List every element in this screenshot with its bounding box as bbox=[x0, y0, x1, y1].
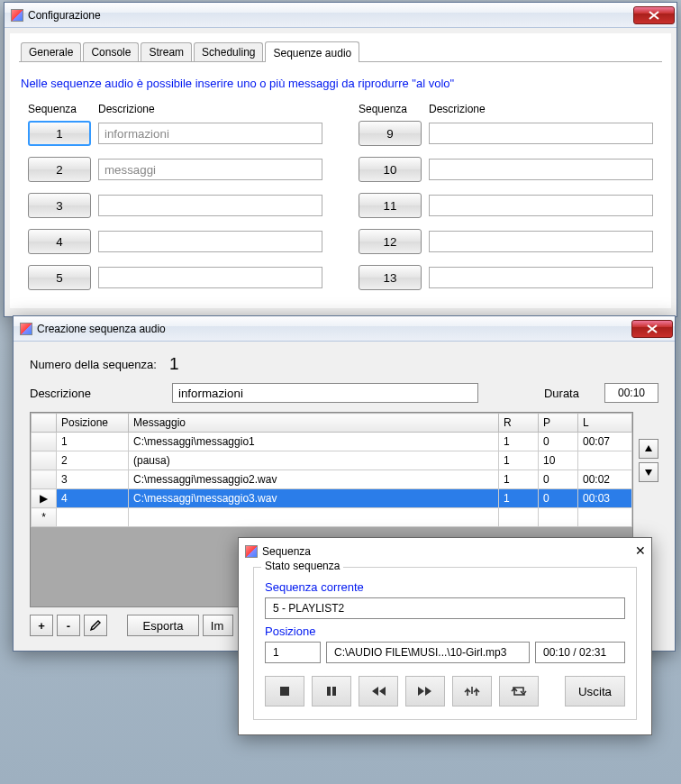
sequence-row: 5 bbox=[28, 265, 322, 290]
sequence-desc-input-1[interactable] bbox=[98, 123, 322, 144]
posizione-label: Posizione bbox=[265, 624, 625, 638]
row-marker[interactable] bbox=[32, 451, 57, 470]
cell[interactable]: 1 bbox=[499, 470, 539, 489]
col-p[interactable]: P bbox=[539, 414, 578, 433]
remove-button[interactable]: - bbox=[57, 615, 80, 636]
col-l[interactable]: L bbox=[578, 414, 632, 433]
cell[interactable]: 2 bbox=[57, 451, 129, 470]
table-row[interactable]: ▶4C:\messaggi\messaggio3.wav1000:03 bbox=[32, 489, 632, 508]
move-up-button[interactable] bbox=[639, 439, 658, 459]
sequence-desc-input-9[interactable] bbox=[429, 123, 653, 144]
move-down-button[interactable] bbox=[639, 462, 658, 482]
cell[interactable] bbox=[129, 508, 499, 527]
repeat-button[interactable] bbox=[499, 676, 539, 707]
cell[interactable]: 1 bbox=[499, 451, 539, 470]
durata-label: Durata bbox=[544, 387, 579, 400]
uscita-button[interactable]: Uscita bbox=[565, 676, 625, 707]
sequence-row: 9 bbox=[359, 121, 653, 146]
window-title: Configurazione bbox=[28, 9, 633, 22]
row-marker[interactable]: * bbox=[32, 508, 57, 527]
tab-sequenze-audio[interactable]: Sequenze audio bbox=[265, 41, 359, 62]
cell[interactable]: 1 bbox=[57, 433, 129, 451]
cell[interactable]: 0 bbox=[539, 489, 578, 508]
table-row[interactable]: 2(pausa)110 bbox=[32, 451, 632, 470]
cell[interactable] bbox=[578, 508, 632, 527]
cell[interactable]: 0 bbox=[539, 470, 578, 489]
cell[interactable]: 00:07 bbox=[578, 433, 632, 451]
stop-button[interactable] bbox=[265, 676, 304, 707]
sequence-button-11[interactable]: 11 bbox=[359, 193, 422, 218]
row-marker[interactable]: ▶ bbox=[32, 489, 57, 508]
titlebar-configurazione[interactable]: Configurazione bbox=[5, 3, 676, 28]
forward-button[interactable] bbox=[405, 676, 445, 707]
cell[interactable]: 00:02 bbox=[578, 470, 632, 489]
cell[interactable]: 4 bbox=[57, 489, 129, 508]
importa-button[interactable]: Im bbox=[203, 615, 233, 636]
sequence-desc-input-5[interactable] bbox=[98, 267, 322, 288]
cell[interactable]: 1 bbox=[499, 489, 539, 508]
cell[interactable]: 10 bbox=[539, 451, 578, 470]
sequence-button-13[interactable]: 13 bbox=[359, 265, 422, 290]
close-button[interactable] bbox=[633, 6, 675, 24]
sequence-button-12[interactable]: 12 bbox=[359, 229, 422, 254]
cell[interactable]: 1 bbox=[499, 433, 539, 451]
table-row[interactable]: 3C:\messaggi\messaggio2.wav1000:02 bbox=[32, 470, 632, 489]
col-messaggio[interactable]: Messaggio bbox=[129, 414, 499, 433]
header-descrizione: Descrizione bbox=[429, 103, 486, 115]
sequence-desc-input-12[interactable] bbox=[429, 231, 653, 252]
sequence-button-2[interactable]: 2 bbox=[28, 157, 91, 182]
sequence-desc-input-13[interactable] bbox=[429, 267, 653, 288]
descrizione-input[interactable] bbox=[172, 383, 478, 403]
cell[interactable]: C:\messaggi\messaggio3.wav bbox=[129, 489, 499, 508]
sequenza-corrente-value: 5 - PLAYLIST2 bbox=[265, 597, 625, 619]
sequence-button-5[interactable]: 5 bbox=[28, 265, 91, 290]
sequence-row: 13 bbox=[359, 265, 653, 290]
titlebar-sequenza[interactable]: Sequenza ✕ bbox=[239, 538, 651, 561]
cell[interactable]: 0 bbox=[539, 433, 578, 451]
col-posizione[interactable]: Posizione bbox=[57, 414, 129, 433]
row-marker[interactable] bbox=[32, 470, 57, 489]
cell[interactable] bbox=[578, 451, 632, 470]
cell[interactable] bbox=[539, 508, 578, 527]
pause-button[interactable] bbox=[312, 676, 351, 707]
cell[interactable]: 3 bbox=[57, 470, 129, 489]
cell[interactable]: (pausa) bbox=[129, 451, 499, 470]
sequence-desc-input-11[interactable] bbox=[429, 195, 653, 216]
cell[interactable]: C:\messaggi\messaggio1 bbox=[129, 433, 499, 451]
titlebar-creazione[interactable]: Creazione sequenza audio bbox=[14, 316, 675, 342]
sequence-desc-input-4[interactable] bbox=[98, 231, 322, 252]
sequence-row: 10 bbox=[359, 157, 653, 182]
esporta-button[interactable]: Esporta bbox=[127, 615, 199, 636]
window-title: Sequenza bbox=[262, 545, 631, 558]
sequence-button-3[interactable]: 3 bbox=[28, 193, 91, 218]
sequence-button-4[interactable]: 4 bbox=[28, 229, 91, 254]
edit-button[interactable] bbox=[84, 615, 107, 636]
add-button[interactable]: + bbox=[30, 615, 53, 636]
cell[interactable] bbox=[57, 508, 129, 527]
table-row[interactable]: 1C:\messaggi\messaggio11000:07 bbox=[32, 433, 632, 451]
row-marker[interactable] bbox=[32, 433, 57, 451]
posizione-file: C:\AUDIO FILE\MUSI...\10-Girl.mp3 bbox=[326, 642, 530, 663]
tab-generale[interactable]: Generale bbox=[21, 42, 81, 61]
tab-scheduling[interactable]: Scheduling bbox=[194, 42, 263, 61]
sequence-button-10[interactable]: 10 bbox=[359, 157, 422, 182]
cell[interactable]: 00:03 bbox=[578, 489, 632, 508]
rewind-button[interactable] bbox=[359, 676, 398, 707]
info-text: Nelle sequenze audio è possibile inserir… bbox=[19, 68, 662, 103]
cell[interactable] bbox=[499, 508, 539, 527]
sequence-column-right: Sequenza Descrizione 910111213 bbox=[359, 103, 653, 301]
cell[interactable]: C:\messaggi\messaggio2.wav bbox=[129, 470, 499, 489]
tab-console[interactable]: Console bbox=[83, 42, 139, 61]
close-button[interactable]: ✕ bbox=[631, 543, 649, 560]
sequence-desc-input-10[interactable] bbox=[429, 159, 653, 180]
tab-stream[interactable]: Stream bbox=[141, 42, 192, 61]
shuffle-button[interactable] bbox=[452, 676, 492, 707]
sequence-row: 4 bbox=[28, 229, 322, 254]
col-r[interactable]: R bbox=[499, 414, 539, 433]
sequence-button-9[interactable]: 9 bbox=[359, 121, 422, 146]
table-row[interactable]: * bbox=[32, 508, 632, 527]
sequence-desc-input-2[interactable] bbox=[98, 159, 322, 180]
sequence-button-1[interactable]: 1 bbox=[28, 121, 91, 146]
sequence-desc-input-3[interactable] bbox=[98, 195, 322, 216]
close-button[interactable] bbox=[631, 320, 673, 338]
